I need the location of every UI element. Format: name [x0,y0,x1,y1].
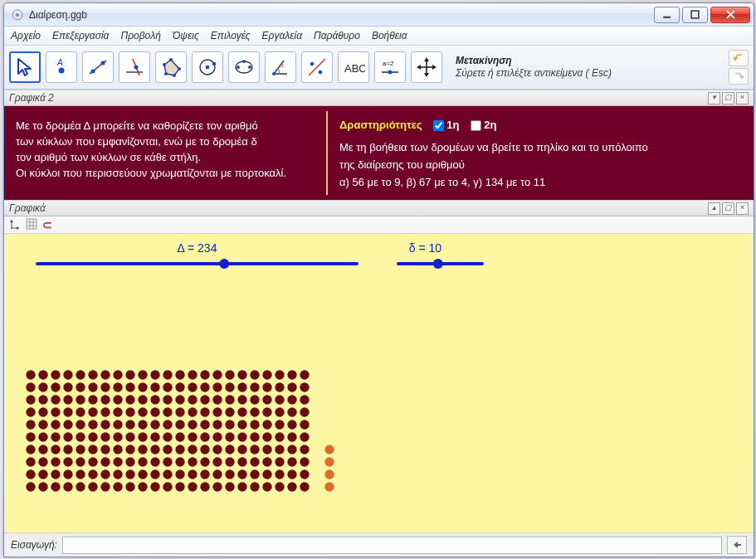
grid-dot [51,469,60,479]
input-help-button[interactable] [727,536,747,554]
grid-dot [163,420,172,429]
grid-dot [88,457,97,466]
axes-toggle-icon[interactable] [9,218,21,232]
tool-line[interactable] [82,51,114,83]
grid-dot [88,432,97,441]
grid-dot [250,370,259,379]
grid-dot [113,407,122,416]
grid-dot [212,382,222,391]
grid-dot [275,370,284,379]
grid-dot [212,482,222,491]
app-window: Διαίρεση.ggb Αρχείο Επεξεργασία Προβολή … [3,2,754,557]
grid-dot [275,445,284,454]
maximize-button[interactable] [682,7,708,23]
grid-dot [200,482,209,491]
snap-icon[interactable]: ⊂ [42,218,52,231]
grid-dot [287,482,296,491]
grid-dot [200,382,209,391]
grid-dot [250,407,259,416]
panel-undock-icon[interactable]: ▢ [722,202,734,215]
grid-dot [212,457,222,466]
menu-options[interactable]: Επιλογές [211,30,251,41]
grid-dot [225,370,234,379]
tool-slider[interactable]: a=2 [374,51,406,83]
grid-dot [188,382,197,391]
tool-ellipse[interactable] [228,51,260,83]
titlebar[interactable]: Διαίρεση.ggb [4,3,754,27]
menu-file[interactable]: Αρχείο [11,30,41,41]
svg-marker-51 [734,542,741,548]
panel-close-icon[interactable]: × [736,202,749,215]
menu-view[interactable]: Προβολή [120,30,160,41]
grid-dot [275,432,284,441]
menu-tools[interactable]: Εργαλεία [262,30,302,41]
grid-dot [212,407,222,416]
input-label: Εισαγωγή: [11,539,57,551]
tool-polygon[interactable] [155,51,187,83]
panel-undock-icon[interactable]: ▢ [722,92,734,105]
command-input[interactable] [62,537,722,554]
panel-collapse-icon[interactable]: ▴ [708,202,720,215]
activities-title: Δραστηριότητες [339,119,422,131]
window-title: Διαίρεση.ggb [29,9,654,21]
tool-reflect[interactable] [301,51,333,83]
grid-dot [76,457,85,466]
tool-point[interactable]: A [46,51,77,83]
grid-dot [125,457,134,466]
grid-dot [188,469,197,479]
grid-dot [175,382,184,391]
grid-dot [63,370,72,379]
grid-dot [88,482,97,491]
slider-D-handle[interactable] [219,259,229,269]
tool-angle[interactable]: α [265,51,296,83]
grid-dot [150,482,159,491]
svg-text:a=2: a=2 [383,60,394,67]
grid-dot [150,370,159,379]
grid-dot [275,395,284,404]
grid-dot [200,469,209,479]
grid-dot [175,469,184,479]
grid-dot [188,370,197,379]
grid-dot [38,482,47,491]
panel-collapse-icon[interactable]: ▾ [708,92,720,105]
grid-dot [287,457,296,466]
slider-d-handle[interactable] [433,259,443,269]
grid-dot [150,445,159,454]
checkbox-activity-1[interactable] [433,120,444,131]
remainder-dot [324,457,334,466]
tool-move[interactable] [9,51,41,83]
close-button[interactable] [710,7,750,23]
grid-dot [287,432,296,441]
checkbox-activity-2[interactable] [471,120,481,131]
graphics-header[interactable]: Γραφικά ▴ ▢ × [4,200,754,216]
svg-marker-41 [432,65,437,70]
svg-point-1 [16,13,19,17]
grid-toggle-icon[interactable] [26,218,37,232]
tool-perpendicular[interactable] [119,51,150,83]
minimize-button[interactable] [654,7,680,23]
slider-d-label: δ = 10 [409,241,442,255]
tool-text[interactable]: ABC [338,51,369,83]
tool-circle[interactable] [192,51,223,83]
input-bar: Εισαγωγή: [4,532,754,557]
graphics2-header[interactable]: Γραφικά 2 ▾ ▢ × [4,90,754,106]
panel-close-icon[interactable]: × [736,92,749,105]
grid-dot [212,420,222,429]
undo-button[interactable] [729,50,749,66]
svg-point-26 [242,60,246,63]
menu-perspectives[interactable]: Όψεις [173,30,199,41]
menu-window[interactable]: Παράθυρο [314,30,360,41]
tool-move-view[interactable] [411,51,442,83]
redo-button[interactable] [729,68,749,85]
graphics-canvas[interactable]: Δ = 234δ = 10 [4,234,754,532]
grid-dot [63,395,72,404]
menu-help[interactable]: Βοήθεια [372,30,407,41]
grid-dot [76,382,85,391]
menu-edit[interactable]: Επεξεργασία [52,30,109,41]
svg-point-31 [319,70,323,75]
grid-dot [113,445,122,454]
grid-dot [212,469,222,479]
svg-point-10 [101,61,105,66]
grid-dot [250,382,259,391]
grid-dot [300,382,309,391]
